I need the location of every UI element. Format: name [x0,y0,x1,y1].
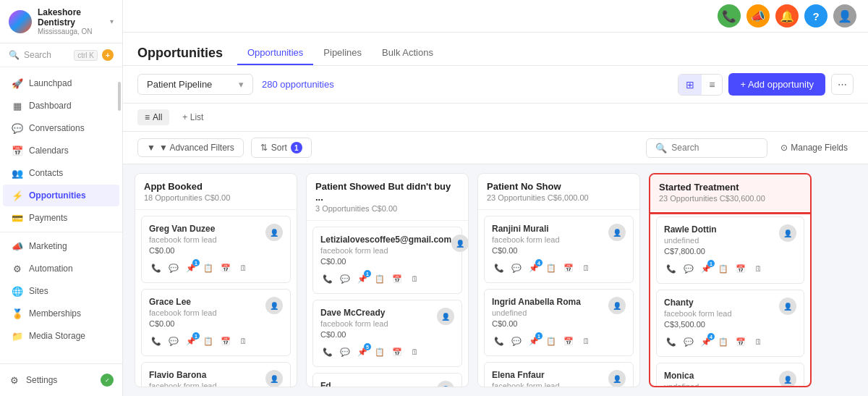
calendar-action-icon[interactable]: 🗓 [236,261,250,275]
calendar-action-icon[interactable]: 🗓 [236,334,250,348]
appointment-action-icon[interactable]: 📅 [390,271,404,286]
sms-action-icon[interactable]: 💬 [681,334,696,349]
card-avatar[interactable]: 👤 [779,371,796,386]
avatar-btn[interactable]: 👤 [833,4,856,28]
help-icon-btn[interactable]: ? [804,4,827,28]
sidebar-item-automation[interactable]: ⚙ Automation [3,258,119,279]
card-avatar[interactable]: 👤 [437,308,454,325]
card-avatar[interactable]: 👤 [265,297,283,314]
sidebar-item-launchpad[interactable]: 🚀 Launchpad [3,72,119,94]
task-action-icon[interactable]: 📋 [373,345,387,359]
advanced-filters-btn[interactable]: ▼ ▼ Advanced Filters [137,138,244,157]
phone-action-icon[interactable]: 📞 [492,334,506,348]
phone-action-icon[interactable]: 📞 [149,261,163,275]
note-action-icon[interactable]: 📌5 [355,345,370,359]
bell-icon-btn[interactable]: 🔔 [775,4,799,28]
sidebar-item-memberships[interactable]: 🏅 Memberships [3,303,119,324]
appointment-action-icon[interactable]: 📅 [733,261,748,276]
sidebar-logo[interactable]: Lakeshore Dentistry Mississauga, ON ▾ [0,0,122,43]
sidebar-item-settings[interactable]: ⚙ Settings ✓ [0,368,122,392]
list-view-btn[interactable]: ≡ [702,75,722,95]
appointment-action-icon[interactable]: 📅 [561,261,576,275]
sidebar-item-payments[interactable]: 💳 Payments [3,207,119,229]
megaphone-icon-btn[interactable]: 📣 [746,4,770,28]
card-avatar[interactable]: 👤 [451,235,468,252]
sms-action-icon[interactable]: 💬 [166,334,181,348]
grid-view-btn[interactable]: ⊞ [678,75,702,95]
calendar-action-icon[interactable]: 🗓 [751,261,765,276]
phone-icon-btn[interactable]: 📞 [718,4,741,28]
task-action-icon[interactable]: 📋 [373,271,387,286]
sms-action-icon[interactable]: 💬 [338,345,352,359]
card-avatar[interactable]: 👤 [265,370,283,387]
search-bar[interactable]: 🔍 [646,138,767,158]
sms-action-icon[interactable]: 💬 [681,261,696,276]
sidebar-item-contacts[interactable]: 👥 Contacts [3,162,119,184]
appointment-action-icon[interactable]: 📅 [218,334,233,348]
note-action-icon[interactable]: 📌1 [355,271,370,286]
card-avatar[interactable]: 👤 [608,370,626,387]
calendar-action-icon[interactable]: 🗓 [407,271,422,286]
note-action-icon[interactable]: 📌4 [527,261,541,275]
sidebar-item-sites[interactable]: 🌐 Sites [3,280,119,302]
card-avatar[interactable]: 👤 [265,224,283,241]
phone-action-icon[interactable]: 📞 [492,261,506,275]
appointment-action-icon[interactable]: 📅 [390,345,404,359]
sort-btn[interactable]: ⇅ Sort 1 [251,138,312,158]
task-action-icon[interactable]: 📋 [201,261,216,275]
calendar-action-icon[interactable]: 🗓 [407,345,422,359]
note-action-icon[interactable]: 📌4 [699,334,713,349]
phone-action-icon[interactable]: 📞 [320,271,335,286]
manage-fields-btn[interactable]: ⊙ Manage Fields [775,139,854,156]
sidebar-item-dashboard[interactable]: ▦ Dashboard [3,95,119,117]
task-action-icon[interactable]: 📋 [544,261,558,275]
column-title: Started Treatment [659,182,801,193]
sms-action-icon[interactable]: 💬 [509,334,524,348]
sidebar-item-opportunities[interactable]: ⚡ Opportunities [3,185,119,206]
card-avatar[interactable]: 👤 [608,297,626,314]
card-avatar[interactable]: 👤 [779,298,796,315]
phone-action-icon[interactable]: 📞 [664,334,678,349]
add-opportunity-button[interactable]: + Add opportunity [728,73,825,96]
sidebar: Lakeshore Dentistry Mississauga, ON ▾ 🔍 … [0,0,123,396]
sidebar-item-calendars[interactable]: 📅 Calendars [3,140,119,161]
note-action-icon[interactable]: 📌1 [527,334,541,348]
task-action-icon[interactable]: 📋 [544,334,558,348]
column-meta: 18 Opportunities C$0.00 [144,193,288,202]
card-avatar[interactable]: 👤 [608,224,626,241]
sms-action-icon[interactable]: 💬 [166,261,181,275]
task-action-icon[interactable]: 📋 [716,334,731,349]
pipeline-select[interactable]: Patient Pipeline ▾ [137,74,253,95]
list-tab[interactable]: + List [175,109,210,125]
note-action-icon[interactable]: 📌1 [184,261,198,275]
phone-action-icon[interactable]: 📞 [149,334,163,348]
note-action-icon[interactable]: 📌1 [699,261,713,276]
all-tab[interactable]: ≡ All [137,109,169,125]
card-avatar[interactable]: 👤 [437,381,454,387]
tab-pipelines[interactable]: Pipelines [313,41,372,65]
sidebar-search-bar[interactable]: 🔍 Search ctrl K + [0,43,122,67]
calendar-action-icon[interactable]: 🗓 [751,334,765,349]
add-search-icon[interactable]: + [102,49,114,61]
task-action-icon[interactable]: 📋 [716,261,731,276]
more-options-btn[interactable]: ⋯ [831,74,854,95]
calendar-action-icon[interactable]: 🗓 [579,261,593,275]
appointment-action-icon[interactable]: 📅 [218,261,233,275]
phone-action-icon[interactable]: 📞 [320,345,335,359]
sms-action-icon[interactable]: 💬 [338,271,352,286]
appointment-action-icon[interactable]: 📅 [561,334,576,348]
sidebar-item-media-storage[interactable]: 📁 Media Storage [3,325,119,347]
phone-action-icon[interactable]: 📞 [664,261,678,276]
sidebar-item-conversations[interactable]: 💬 Conversations [3,117,119,139]
card-avatar[interactable]: 👤 [779,224,796,242]
search-input[interactable] [671,143,758,153]
tab-bulk-actions[interactable]: Bulk Actions [372,41,443,65]
task-action-icon[interactable]: 📋 [201,334,216,348]
sms-action-icon[interactable]: 💬 [509,261,524,275]
note-action-icon[interactable]: 📌1 [184,334,198,348]
appointment-action-icon[interactable]: 📅 [733,334,748,349]
column-meta: 23 Opportunities C$30,600.00 [659,194,801,203]
calendar-action-icon[interactable]: 🗓 [579,334,593,348]
sidebar-item-marketing[interactable]: 📣 Marketing [3,235,119,257]
tab-opportunities[interactable]: Opportunities [237,41,313,65]
